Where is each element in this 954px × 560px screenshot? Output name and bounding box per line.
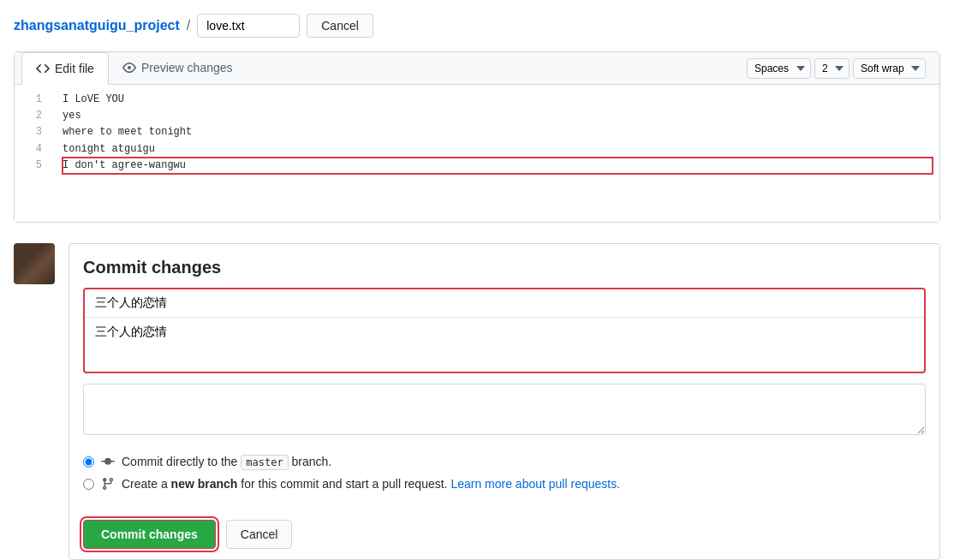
page-header: zhangsanatguigu_project / Cancel <box>14 14 940 38</box>
commit-section: Commit changes 三个人的恋情 Commit directly to… <box>14 243 940 560</box>
editor-controls: Spaces Tabs 2 4 8 Soft wrap No wrap <box>740 53 933 84</box>
git-branch-icon <box>101 477 115 491</box>
line-numbers: 1 2 3 4 5 <box>15 92 56 215</box>
tab-preview-label: Preview changes <box>141 61 233 74</box>
radio-new-prefix: Create a <box>122 477 168 491</box>
branch-name: master <box>241 455 288 470</box>
radio-direct-label[interactable]: Commit directly to the master branch. <box>122 455 331 468</box>
radio-new-branch-row: Create a new branch for this commit and … <box>83 477 926 491</box>
radio-direct-text: Commit directly to the <box>122 455 237 468</box>
commit-radio-options: Commit directly to the master branch. Cr… <box>69 444 939 509</box>
tab-edit-file[interactable]: Edit file <box>21 52 109 85</box>
commit-inputs: 三个人的恋情 <box>69 288 939 444</box>
avatar-image <box>14 243 55 284</box>
code-icon <box>36 62 50 75</box>
indent-type-select[interactable]: Spaces Tabs <box>747 58 811 79</box>
commit-cancel-button[interactable]: Cancel <box>226 520 293 549</box>
code-editor[interactable]: 1 2 3 4 5 I LoVE YOU yes where to meet t… <box>15 85 939 222</box>
code-line-5: I don't agree-wangwu <box>63 158 933 174</box>
radio-new-branch-label[interactable]: Create a new branch for this commit and … <box>122 477 620 491</box>
code-content[interactable]: I LoVE YOU yes where to meet tonight ton… <box>56 92 939 215</box>
commit-subject-input[interactable] <box>85 289 924 318</box>
indent-size-select[interactable]: 2 4 8 <box>814 58 850 79</box>
editor-tab-bar: Edit file Preview changes Spaces Tabs 2 … <box>15 52 939 85</box>
tab-edit-label: Edit file <box>55 62 94 75</box>
code-line-4: tonight atguigu <box>63 141 933 158</box>
radio-new-bold: new branch <box>171 477 238 491</box>
header-cancel-button[interactable]: Cancel <box>307 14 373 38</box>
commit-body-input[interactable]: 三个人的恋情 <box>85 318 924 369</box>
code-line-3: where to meet tonight <box>63 124 933 140</box>
filename-input[interactable] <box>197 14 300 38</box>
commit-changes-title: Commit changes <box>69 244 939 288</box>
commit-actions: Commit changes Cancel <box>69 509 939 559</box>
learn-more-link[interactable]: Learn more about pull requests. <box>450 477 620 491</box>
path-separator: / <box>187 18 190 33</box>
commit-form: Commit changes 三个人的恋情 Commit directly to… <box>69 243 940 560</box>
radio-new-branch-input[interactable] <box>83 479 94 490</box>
commit-changes-button[interactable]: Commit changes <box>83 520 216 549</box>
avatar <box>14 243 55 284</box>
commit-extended-input[interactable] <box>83 384 926 435</box>
radio-direct-suffix: branch. <box>292 455 332 468</box>
code-line-1: I LoVE YOU <box>63 92 933 108</box>
editor-panel: Edit file Preview changes Spaces Tabs 2 … <box>14 51 940 223</box>
git-commit-icon <box>101 455 115 468</box>
code-line-2: yes <box>63 108 933 124</box>
commit-message-outlined: 三个人的恋情 <box>83 288 926 373</box>
repo-link[interactable]: zhangsanatguigu_project <box>14 18 180 33</box>
soft-wrap-select[interactable]: Soft wrap No wrap <box>853 58 926 79</box>
radio-new-suffix: for this commit and start a pull request… <box>241 477 447 491</box>
tab-preview-changes[interactable]: Preview changes <box>109 52 247 85</box>
radio-direct-row: Commit directly to the master branch. <box>83 455 926 468</box>
eye-icon <box>122 61 136 74</box>
radio-direct-input[interactable] <box>83 456 94 468</box>
